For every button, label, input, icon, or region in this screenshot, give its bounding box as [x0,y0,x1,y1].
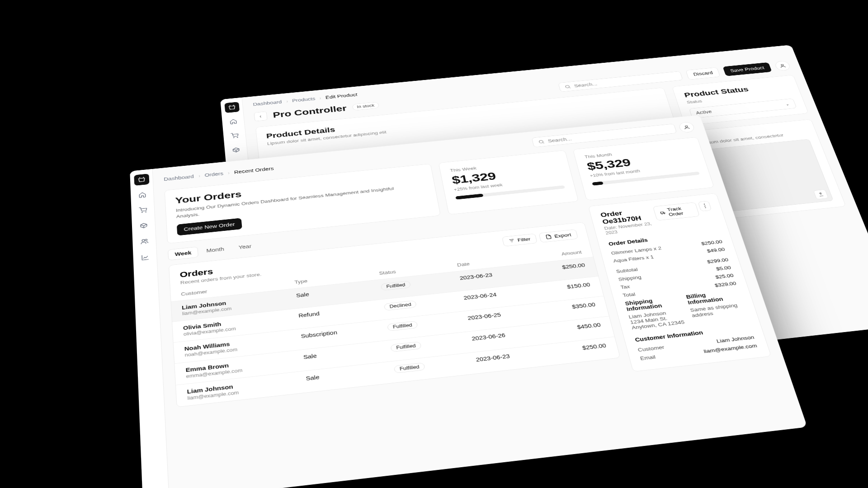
user-avatar[interactable] [678,122,696,133]
save-product-button[interactable]: Save Product [722,62,772,76]
chevron-right-icon: › [286,99,288,103]
svg-point-1 [237,137,238,137]
status-pill: Declined [384,300,417,310]
shipping-heading: Shipping Information [624,298,663,312]
filter-icon [508,238,515,244]
line-label: Shipping [618,274,642,282]
search-placeholder: Search... [547,136,572,144]
search-icon [564,84,571,89]
upload-icon[interactable] [813,189,829,199]
status-pill: Fulfilled [394,362,425,373]
back-button[interactable]: ‹ [254,111,267,121]
svg-point-12 [664,213,665,214]
stat-week: This Week $1,329 +25% from last week [439,150,579,215]
users-icon[interactable] [136,235,152,248]
logo-icon[interactable] [224,102,240,113]
crumb-products[interactable]: Products [292,96,315,103]
page-title: Pro Controller [273,103,347,120]
svg-point-4 [142,212,142,212]
home-icon[interactable] [226,116,241,127]
status-pill: Fulfilled [387,321,418,331]
billing-heading: Billing Information [685,292,724,305]
track-order-button[interactable]: Track Order [653,202,700,221]
tab-week[interactable]: Week [168,246,198,260]
line-value: $49.00 [706,247,726,253]
search-icon [538,139,545,144]
line-value: $25.00 [715,272,734,280]
svg-point-7 [145,239,147,241]
stock-badge: In stock [352,102,379,111]
tab-year[interactable]: Year [232,240,259,253]
svg-rect-10 [660,212,664,214]
crumb-current: Recent Orders [234,166,274,175]
line-value: $329.00 [714,281,737,288]
crumb-current: Edit Product [325,92,358,100]
discard-button[interactable]: Discard [686,67,721,80]
svg-point-11 [661,213,662,214]
export-label: Export [554,232,572,239]
crumb-orders[interactable]: Orders [204,171,223,178]
line-label: Total [622,291,636,298]
analytics-icon[interactable] [137,251,153,264]
more-vertical-icon: ⋮ [700,202,709,209]
logo-icon[interactable] [134,174,149,186]
order-more-button[interactable]: ⋮ [698,201,712,211]
line-value: $299.00 [707,257,729,264]
svg-point-9 [685,126,688,127]
filter-button[interactable]: Filter [502,233,538,246]
file-icon [545,234,552,239]
filter-label: Filter [517,236,531,243]
cart-icon[interactable] [135,204,151,216]
track-label: Track Order [666,205,693,217]
status-pill: Fulfilled [381,281,411,291]
svg-point-8 [539,140,543,143]
svg-point-2 [566,85,570,88]
stat-month: This Month $5,329 +10% from last month [572,137,714,201]
chevron-down-icon: ⌄ [784,102,790,107]
svg-point-3 [781,64,783,66]
user-avatar[interactable] [774,61,791,71]
home-icon[interactable] [134,188,150,201]
cart-icon[interactable] [227,130,242,141]
truck-icon [660,210,666,215]
line-label: Tax [620,284,630,290]
line-label: Subtotal [615,267,638,274]
status-value: Active [695,109,712,116]
tab-month[interactable]: Month [200,243,231,257]
line-value: $250.00 [701,239,723,246]
chevron-right-icon: › [198,173,200,178]
svg-point-5 [145,211,146,212]
orders-window: Dashboard › Orders › Recent Orders Searc… [130,115,807,488]
package-icon[interactable] [228,144,244,156]
line-label: Email [639,354,656,361]
search-placeholder: Search... [574,81,598,88]
chevron-right-icon: › [319,96,321,100]
line-value: $5.00 [715,265,731,272]
svg-point-6 [142,239,145,242]
chevron-right-icon: › [228,170,230,175]
package-icon[interactable] [136,219,151,232]
create-order-button[interactable]: Create New Order [177,218,242,235]
status-pill: Fulfilled [391,341,422,352]
crumb-dashboard[interactable]: Dashboard [253,99,282,107]
export-button[interactable]: Export [538,229,578,243]
crumb-dashboard[interactable]: Dashboard [164,174,194,182]
svg-point-0 [233,137,234,138]
